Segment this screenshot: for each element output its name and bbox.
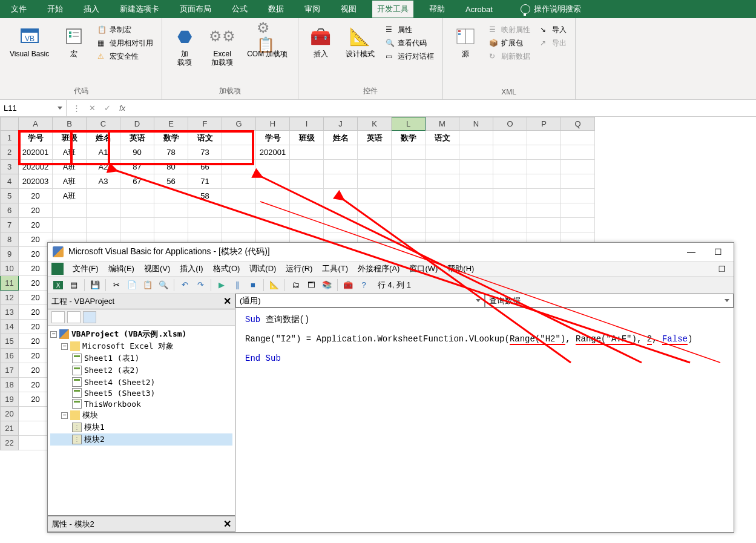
cell[interactable]: 姓名: [324, 131, 358, 145]
project-panel-title[interactable]: 工程 - VBAProject ✕: [48, 294, 235, 309]
cell[interactable]: [324, 160, 358, 174]
cell[interactable]: [120, 203, 154, 218]
view-code-button[interactable]: 🔍查看代码: [384, 38, 435, 49]
cell[interactable]: [256, 160, 290, 174]
cell[interactable]: 202003: [19, 174, 53, 189]
cell[interactable]: 56: [154, 174, 188, 189]
row-head-7[interactable]: 7: [1, 218, 19, 232]
xml-source-button[interactable]: 源: [450, 24, 481, 59]
col-head-J[interactable]: J: [324, 117, 358, 131]
cell[interactable]: [493, 160, 527, 174]
cell[interactable]: 20: [19, 189, 53, 203]
menu-debug[interactable]: 调试(D): [245, 262, 280, 275]
row-head-2[interactable]: 2: [1, 145, 19, 160]
menu-file[interactable]: 文件(F): [68, 262, 103, 275]
cell[interactable]: 78: [154, 145, 188, 160]
row-head-13[interactable]: 13: [1, 305, 19, 320]
cell[interactable]: [527, 160, 561, 174]
cell[interactable]: [493, 131, 527, 145]
cell[interactable]: [527, 131, 561, 145]
copy-button[interactable]: 📄: [125, 278, 139, 292]
row-head-14[interactable]: 14: [1, 320, 19, 334]
cell[interactable]: [527, 145, 561, 160]
cell[interactable]: 71: [188, 174, 222, 189]
tree-module[interactable]: 模块1: [50, 421, 232, 433]
cell[interactable]: 67: [120, 174, 154, 189]
cell[interactable]: [358, 203, 392, 218]
cell[interactable]: [459, 131, 493, 145]
cell[interactable]: [256, 218, 290, 232]
col-head-E[interactable]: E: [154, 117, 188, 131]
cell[interactable]: A1: [87, 145, 120, 160]
expansion-button[interactable]: 📦扩展包: [488, 38, 531, 49]
cell[interactable]: [324, 174, 358, 189]
import-button[interactable]: ↘导入: [539, 24, 568, 36]
enter-icon[interactable]: ✓: [104, 104, 111, 113]
pause-button[interactable]: ‖: [231, 278, 244, 292]
row-head-17[interactable]: 17: [1, 363, 19, 378]
row-head-12[interactable]: 12: [1, 291, 19, 305]
code-editor[interactable]: Sub 查询数据() Range("I2") = Application.Wor…: [235, 308, 734, 532]
col-head-O[interactable]: O: [493, 117, 527, 131]
cell[interactable]: 87: [120, 160, 154, 174]
row-head-22[interactable]: 22: [1, 436, 19, 450]
cell[interactable]: [392, 160, 426, 174]
macro-security-button[interactable]: ⚠宏安全性: [96, 51, 154, 62]
tab-data[interactable]: 数据: [263, 1, 289, 18]
tree-excel-objects[interactable]: −Microsoft Excel 对象: [50, 340, 232, 352]
col-head-F[interactable]: F: [188, 117, 222, 131]
row-head-3[interactable]: 3: [1, 160, 19, 174]
cell[interactable]: [426, 218, 459, 232]
cancel-icon[interactable]: ✕: [89, 104, 96, 113]
col-head-G[interactable]: G: [222, 117, 256, 131]
cell[interactable]: 语文: [426, 131, 459, 145]
col-head-N[interactable]: N: [459, 117, 493, 131]
vbe-titlebar[interactable]: Microsoft Visual Basic for Applications …: [48, 243, 734, 261]
cell[interactable]: 英语: [120, 131, 154, 145]
row-head-10[interactable]: 10: [1, 262, 19, 276]
view-excel-button[interactable]: X: [51, 278, 65, 292]
tab-layout[interactable]: 页面布局: [175, 1, 216, 18]
row-head-9[interactable]: 9: [1, 247, 19, 262]
cell[interactable]: [53, 203, 87, 218]
project-explorer-button[interactable]: 🗂: [289, 278, 302, 292]
tree-workbook[interactable]: ThisWorkbook: [50, 398, 232, 409]
cell[interactable]: [290, 145, 324, 160]
cell[interactable]: [358, 160, 392, 174]
cell[interactable]: 58: [188, 189, 222, 203]
cell[interactable]: 66: [188, 160, 222, 174]
cell[interactable]: [493, 189, 527, 203]
tree-modules-folder[interactable]: −模块: [50, 409, 232, 421]
excel-icon[interactable]: [51, 263, 64, 275]
cell[interactable]: [459, 160, 493, 174]
tab-new[interactable]: 新建选项卡: [115, 1, 164, 18]
cell[interactable]: [222, 218, 256, 232]
cell[interactable]: [561, 203, 595, 218]
cell[interactable]: [290, 189, 324, 203]
toolbox-button[interactable]: 🧰: [341, 278, 355, 292]
cell[interactable]: [392, 174, 426, 189]
cell[interactable]: [87, 203, 120, 218]
save-button[interactable]: 💾: [88, 278, 102, 292]
col-head-Q[interactable]: Q: [561, 117, 595, 131]
cell[interactable]: [426, 174, 459, 189]
col-head-P[interactable]: P: [527, 117, 561, 131]
cell[interactable]: 80: [154, 160, 188, 174]
menu-help[interactable]: 帮助(H): [443, 262, 478, 275]
cell[interactable]: A2: [87, 160, 120, 174]
cell[interactable]: [493, 218, 527, 232]
help-button[interactable]: ?: [357, 278, 370, 292]
cell[interactable]: [561, 145, 595, 160]
cell[interactable]: [87, 189, 120, 203]
cell[interactable]: [392, 203, 426, 218]
cell[interactable]: [527, 218, 561, 232]
relative-ref-button[interactable]: ▦使用相对引用: [96, 38, 154, 49]
tab-help[interactable]: 帮助: [424, 1, 450, 18]
tree-sheet[interactable]: Sheet2 (表2): [50, 364, 232, 377]
cell[interactable]: [392, 189, 426, 203]
cell[interactable]: 20: [19, 218, 53, 232]
visual-basic-button[interactable]: VB Visual Basic: [7, 24, 51, 59]
insert-module-button[interactable]: ▤: [67, 278, 81, 292]
cell[interactable]: [426, 189, 459, 203]
close-icon[interactable]: ✕: [223, 518, 231, 530]
